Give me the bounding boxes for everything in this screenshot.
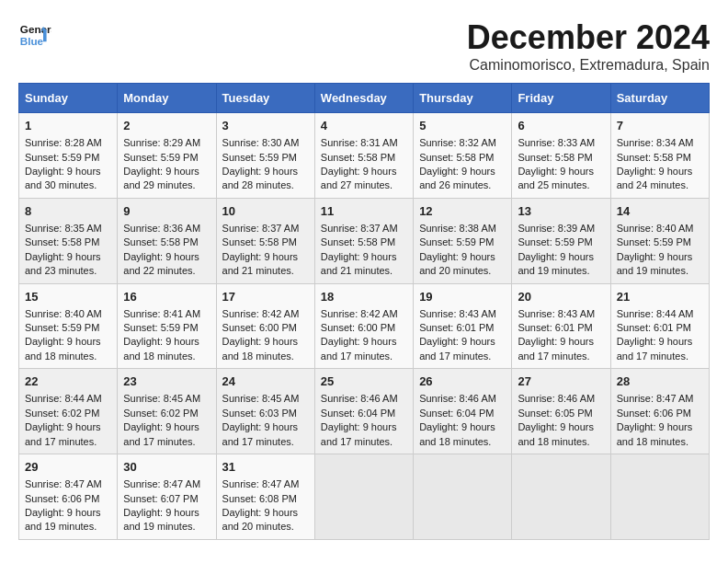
sunrise-text: Sunrise: 8:44 AM xyxy=(617,307,703,321)
sunset-text: Sunset: 5:58 PM xyxy=(617,151,703,165)
sunset-text: Sunset: 6:01 PM xyxy=(518,321,604,335)
day-number: 29 xyxy=(25,459,111,476)
day-number: 24 xyxy=(222,373,309,390)
day-number: 22 xyxy=(25,373,111,390)
daylight-text: Daylight: 9 hours and 21 minutes. xyxy=(222,250,309,279)
sunset-text: Sunset: 5:58 PM xyxy=(25,236,111,249)
sunset-text: Sunset: 6:08 PM xyxy=(222,492,309,506)
sunset-text: Sunset: 6:01 PM xyxy=(617,321,703,335)
daylight-text: Daylight: 9 hours and 30 minutes. xyxy=(25,165,111,193)
sunrise-text: Sunrise: 8:38 AM xyxy=(419,222,506,236)
day-number: 7 xyxy=(617,118,703,134)
calendar-cell xyxy=(610,454,709,540)
calendar-week-row: 8Sunrise: 8:35 AMSunset: 5:58 PMDaylight… xyxy=(19,198,710,283)
calendar-cell: 21Sunrise: 8:44 AMSunset: 6:01 PMDayligh… xyxy=(610,283,709,369)
sunrise-text: Sunrise: 8:31 AM xyxy=(321,136,407,150)
sunrise-text: Sunrise: 8:45 AM xyxy=(123,392,210,406)
sunset-text: Sunset: 6:03 PM xyxy=(222,407,309,420)
sunset-text: Sunset: 5:59 PM xyxy=(617,236,703,249)
day-number: 17 xyxy=(222,289,309,305)
day-number: 18 xyxy=(321,289,407,305)
day-number: 5 xyxy=(419,118,506,134)
daylight-text: Daylight: 9 hours and 19 minutes. xyxy=(617,250,703,279)
calendar-cell: 1Sunrise: 8:28 AMSunset: 5:59 PMDaylight… xyxy=(19,113,118,199)
calendar-cell: 14Sunrise: 8:40 AMSunset: 5:59 PMDayligh… xyxy=(610,198,709,283)
calendar-cell: 3Sunrise: 8:30 AMSunset: 5:59 PMDaylight… xyxy=(216,113,314,199)
sunrise-text: Sunrise: 8:36 AM xyxy=(123,222,210,236)
sunset-text: Sunset: 6:05 PM xyxy=(518,407,604,420)
header-sunday: Sunday xyxy=(19,84,118,113)
location-title: Caminomorisco, Extremadura, Spain xyxy=(467,57,710,74)
sunset-text: Sunset: 6:07 PM xyxy=(123,492,210,506)
daylight-text: Daylight: 9 hours and 29 minutes. xyxy=(123,165,210,193)
daylight-text: Daylight: 9 hours and 28 minutes. xyxy=(222,165,309,193)
sunset-text: Sunset: 5:59 PM xyxy=(25,321,111,335)
header-thursday: Thursday xyxy=(414,84,512,113)
sunrise-text: Sunrise: 8:43 AM xyxy=(518,307,604,321)
calendar-table: SundayMondayTuesdayWednesdayThursdayFrid… xyxy=(18,83,710,540)
sunset-text: Sunset: 6:00 PM xyxy=(321,321,407,335)
sunset-text: Sunset: 5:59 PM xyxy=(25,151,111,165)
calendar-cell: 8Sunrise: 8:35 AMSunset: 5:58 PMDaylight… xyxy=(19,198,118,283)
header-tuesday: Tuesday xyxy=(216,84,314,113)
sunset-text: Sunset: 6:06 PM xyxy=(617,407,703,420)
daylight-text: Daylight: 9 hours and 27 minutes. xyxy=(321,165,407,193)
calendar-cell: 15Sunrise: 8:40 AMSunset: 5:59 PMDayligh… xyxy=(19,283,118,369)
sunrise-text: Sunrise: 8:34 AM xyxy=(617,136,703,150)
calendar-cell: 6Sunrise: 8:33 AMSunset: 5:58 PMDaylight… xyxy=(512,113,610,199)
daylight-text: Daylight: 9 hours and 17 minutes. xyxy=(123,420,210,449)
sunset-text: Sunset: 5:58 PM xyxy=(321,236,407,249)
calendar-cell: 17Sunrise: 8:42 AMSunset: 6:00 PMDayligh… xyxy=(216,283,314,369)
calendar-cell xyxy=(314,454,413,540)
sunset-text: Sunset: 6:02 PM xyxy=(25,407,111,420)
calendar-cell: 29Sunrise: 8:47 AMSunset: 6:06 PMDayligh… xyxy=(19,454,118,540)
sunrise-text: Sunrise: 8:39 AM xyxy=(518,222,604,236)
calendar-cell: 23Sunrise: 8:45 AMSunset: 6:02 PMDayligh… xyxy=(118,369,216,454)
day-number: 4 xyxy=(321,118,407,134)
calendar-week-row: 1Sunrise: 8:28 AMSunset: 5:59 PMDaylight… xyxy=(19,113,710,199)
calendar-week-row: 15Sunrise: 8:40 AMSunset: 5:59 PMDayligh… xyxy=(19,283,710,369)
month-title: December 2024 xyxy=(467,18,710,57)
daylight-text: Daylight: 9 hours and 26 minutes. xyxy=(419,165,506,193)
daylight-text: Daylight: 9 hours and 23 minutes. xyxy=(25,250,111,279)
daylight-text: Daylight: 9 hours and 18 minutes. xyxy=(25,335,111,363)
daylight-text: Daylight: 9 hours and 17 minutes. xyxy=(518,335,604,363)
day-number: 20 xyxy=(518,289,604,305)
sunset-text: Sunset: 5:58 PM xyxy=(321,151,407,165)
day-number: 14 xyxy=(617,203,703,220)
daylight-text: Daylight: 9 hours and 17 minutes. xyxy=(222,420,309,449)
daylight-text: Daylight: 9 hours and 17 minutes. xyxy=(617,335,703,363)
sunrise-text: Sunrise: 8:47 AM xyxy=(222,477,309,491)
sunset-text: Sunset: 6:01 PM xyxy=(419,321,506,335)
day-number: 30 xyxy=(123,459,210,476)
calendar-cell: 5Sunrise: 8:32 AMSunset: 5:58 PMDaylight… xyxy=(414,113,512,199)
day-number: 9 xyxy=(123,203,210,220)
day-number: 16 xyxy=(123,289,210,305)
calendar-cell: 25Sunrise: 8:46 AMSunset: 6:04 PMDayligh… xyxy=(314,369,413,454)
sunrise-text: Sunrise: 8:42 AM xyxy=(222,307,309,321)
day-number: 21 xyxy=(617,289,703,305)
daylight-text: Daylight: 9 hours and 19 minutes. xyxy=(25,506,111,534)
sunset-text: Sunset: 5:58 PM xyxy=(419,151,506,165)
day-number: 10 xyxy=(222,203,309,220)
sunrise-text: Sunrise: 8:47 AM xyxy=(617,392,703,406)
day-number: 13 xyxy=(518,203,604,220)
sunrise-text: Sunrise: 8:45 AM xyxy=(222,392,309,406)
sunrise-text: Sunrise: 8:47 AM xyxy=(25,477,111,491)
sunset-text: Sunset: 6:06 PM xyxy=(25,492,111,506)
daylight-text: Daylight: 9 hours and 24 minutes. xyxy=(617,165,703,193)
sunrise-text: Sunrise: 8:28 AM xyxy=(25,136,111,150)
calendar-cell: 4Sunrise: 8:31 AMSunset: 5:58 PMDaylight… xyxy=(314,113,413,199)
day-number: 25 xyxy=(321,373,407,390)
calendar-header-row: SundayMondayTuesdayWednesdayThursdayFrid… xyxy=(19,84,710,113)
calendar-cell: 22Sunrise: 8:44 AMSunset: 6:02 PMDayligh… xyxy=(19,369,118,454)
sunrise-text: Sunrise: 8:46 AM xyxy=(321,392,407,406)
sunrise-text: Sunrise: 8:35 AM xyxy=(25,222,111,236)
day-number: 1 xyxy=(25,118,111,134)
daylight-text: Daylight: 9 hours and 17 minutes. xyxy=(419,335,506,363)
svg-text:General: General xyxy=(20,23,51,35)
day-number: 15 xyxy=(25,289,111,305)
day-number: 11 xyxy=(321,203,407,220)
sunrise-text: Sunrise: 8:32 AM xyxy=(419,136,506,150)
sunrise-text: Sunrise: 8:46 AM xyxy=(518,392,604,406)
